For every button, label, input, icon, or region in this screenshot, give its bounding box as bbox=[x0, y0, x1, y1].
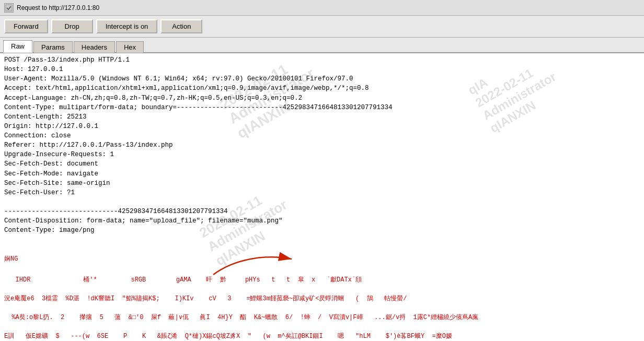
svg-rect-0 bbox=[6, 5, 12, 11]
blank-line2 bbox=[4, 235, 640, 244]
tabs-bar: Raw Params Headers Hex bbox=[0, 38, 644, 53]
tab-headers[interactable]: Headers bbox=[74, 41, 115, 53]
action-button[interactable]: Action bbox=[160, 19, 202, 33]
title-text: Request to http://127.0.0.1:80 bbox=[17, 4, 99, 11]
title-icon bbox=[4, 3, 14, 13]
content-disposition: Content-Disposition: form-data; name="up… bbox=[4, 216, 640, 226]
tab-raw[interactable]: Raw bbox=[3, 40, 32, 53]
forward-button[interactable]: Forward bbox=[4, 19, 48, 33]
intercept-button[interactable]: Intercept is on bbox=[96, 19, 158, 33]
tab-hex[interactable]: Hex bbox=[116, 41, 144, 53]
title-bar: Request to http://127.0.0.1:80 bbox=[0, 0, 644, 16]
blank-line bbox=[4, 197, 640, 207]
boundary-line: -----------------------------42529834716… bbox=[4, 207, 640, 216]
drop-button[interactable]: Drop bbox=[51, 19, 93, 33]
request-headers: POST /Pass-13/index.php HTTP/1.1 Host: 1… bbox=[4, 55, 640, 197]
request-content: POST /Pass-13/index.php HTTP/1.1 Host: 1… bbox=[4, 55, 640, 245]
binary-data-lines: IHDR 桶'* sRGB gAMA 旰 黔 pHYs t t 皐 x `獻DA… bbox=[4, 266, 640, 342]
binary-content: 娴NG bbox=[4, 245, 640, 264]
content-type-line: Content-Type: image/png bbox=[4, 226, 640, 235]
tab-params[interactable]: Params bbox=[33, 41, 73, 53]
content-area[interactable]: 2022-02-11AdministratorqIANXIN 2022-02-1… bbox=[0, 53, 644, 341]
toolbar: Forward Drop Intercept is on Action bbox=[0, 16, 644, 38]
